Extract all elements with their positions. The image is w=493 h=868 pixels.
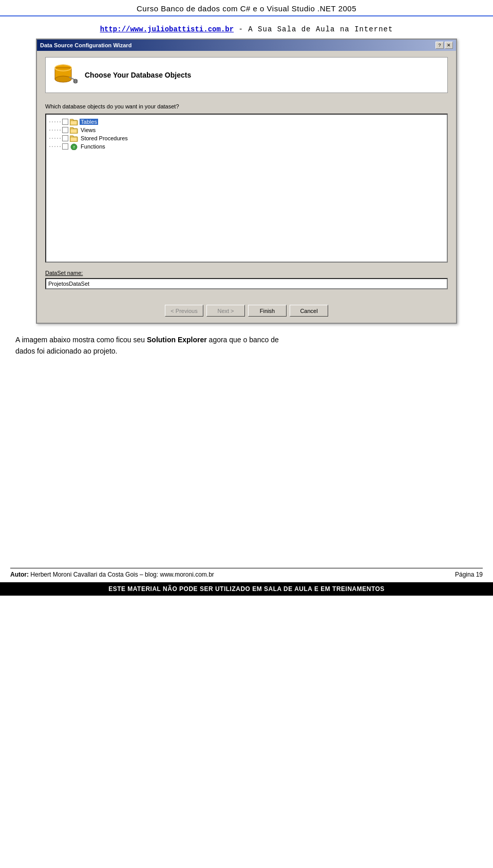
wizard-content: Choose Your Database Objects Which datab…: [37, 51, 456, 300]
body-line1-bold: Solution Explorer: [147, 336, 207, 344]
wizard-title-text: Data Source Configuration Wizard: [40, 42, 131, 48]
subtitle-bar: http://www.juliobattisti.com.br - A Sua …: [0, 22, 493, 39]
author-sep: – blog:: [138, 571, 160, 578]
tree-item-functions[interactable]: ····· f Functions: [48, 142, 445, 151]
body-line2: dados foi adicionado ao projeto.: [15, 347, 117, 355]
folder-icon-fn: f: [70, 143, 78, 150]
fn-label: Functions: [80, 143, 106, 150]
page-title: Curso Banco de dados com C# e o Visual S…: [137, 4, 356, 13]
tree-dots-sp: ·····: [48, 136, 61, 141]
wizard-dialog: Data Source Configuration Wizard ? ✕: [36, 39, 457, 324]
page-header: Curso Banco de dados com C# e o Visual S…: [0, 0, 493, 16]
footer-bottom-bar: ESTE MATERIAL NÃO PODE SER UTILIZADO EM …: [0, 582, 493, 596]
svg-rect-10: [70, 121, 77, 125]
folder-icon-views: [70, 126, 78, 134]
database-icon: [53, 63, 78, 87]
site-link[interactable]: http://www.juliobattisti.com.br: [100, 25, 234, 33]
wizard-header-area: Choose Your Database Objects: [45, 57, 448, 93]
footer-area: Autor: Herbert Moroni Cavallari da Costa…: [0, 568, 493, 596]
sp-label: Stored Procedures: [80, 135, 129, 141]
next-button[interactable]: Next >: [206, 305, 245, 317]
sp-checkbox[interactable]: [62, 135, 68, 141]
previous-button[interactable]: < Previous: [165, 305, 203, 317]
svg-rect-16: [70, 137, 77, 141]
body-text: A imagem abaixo mostra como ficou seu So…: [0, 324, 493, 362]
svg-rect-13: [70, 129, 77, 133]
svg-point-5: [73, 79, 78, 83]
wizard-main: Which database objects do you want in yo…: [45, 99, 448, 293]
wizard-question: Which database objects do you want in yo…: [45, 103, 448, 109]
author-name: Herbert Moroni Cavallari da Costa Gois: [30, 571, 138, 578]
close-button[interactable]: ✕: [445, 42, 453, 49]
tree-item-tables[interactable]: ····· Tables: [48, 118, 445, 126]
wizard-titlebar: Data Source Configuration Wizard ? ✕: [37, 40, 456, 51]
titlebar-buttons: ? ✕: [435, 42, 453, 49]
tree-item-views[interactable]: ····· Views: [48, 126, 445, 134]
wizard-wrapper: Data Source Configuration Wizard ? ✕: [0, 39, 493, 324]
tree-dots-fn: ·····: [48, 144, 61, 150]
tree-dots-views: ·····: [48, 127, 61, 133]
page-number: Página 19: [455, 571, 483, 578]
wizard-header-title: Choose Your Database Objects: [85, 71, 191, 79]
folder-icon-sp: [70, 135, 78, 142]
subtitle-text: - A Sua Sala de Aula na Internet: [234, 25, 393, 33]
cancel-button[interactable]: Cancel: [290, 305, 328, 317]
tables-label: Tables: [80, 119, 98, 125]
views-checkbox[interactable]: [62, 127, 68, 133]
dataset-input[interactable]: [45, 278, 448, 289]
fn-checkbox[interactable]: [62, 143, 68, 150]
views-label: Views: [80, 127, 97, 133]
wizard-tree: ····· Tables: [45, 114, 448, 263]
body-line1-suffix: agora que o banco de: [207, 336, 279, 344]
tree-item-stored-procedures[interactable]: ····· Stored Procedures: [48, 134, 445, 142]
tree-dots: ·····: [48, 119, 61, 125]
footer-line: Autor: Herbert Moroni Cavallari da Costa…: [10, 568, 483, 578]
footer-author: Autor: Herbert Moroni Cavallari da Costa…: [10, 571, 214, 578]
body-line1-prefix: A imagem abaixo mostra como ficou seu: [15, 336, 147, 344]
author-blog: www.moroni.com.br: [160, 571, 214, 578]
finish-button[interactable]: Finish: [248, 305, 287, 317]
dataset-area: DataSet name:: [45, 270, 448, 289]
author-label: Autor:: [10, 571, 29, 578]
help-button[interactable]: ?: [435, 42, 444, 49]
dataset-label: DataSet name:: [45, 270, 448, 276]
wizard-buttons: < Previous Next > Finish Cancel: [37, 300, 456, 323]
tables-checkbox[interactable]: [62, 119, 68, 125]
svg-point-2: [55, 76, 71, 82]
folder-icon: [70, 118, 78, 125]
